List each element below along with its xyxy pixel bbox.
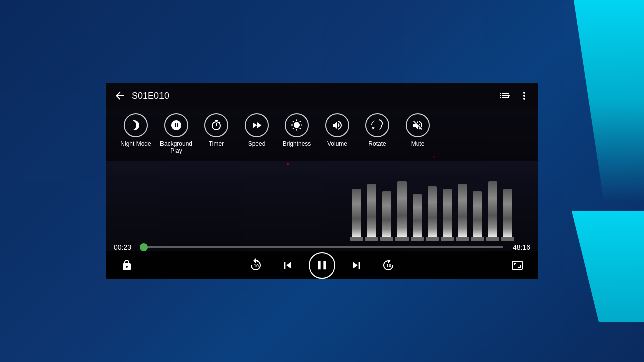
speed-icon (245, 113, 269, 137)
speed-control[interactable]: Speed (236, 113, 277, 147)
current-time: 00:23 (114, 243, 135, 251)
rotate-label: Rotate (368, 140, 386, 147)
pillar (397, 181, 407, 239)
video-title: S01E010 (132, 90, 498, 101)
mute-label: Mute (411, 140, 425, 147)
brightness-icon (285, 113, 309, 137)
background-play-label: BackgroundPlay (160, 140, 192, 155)
controls-row: Night Mode BackgroundPlay Timer Speed (106, 108, 538, 161)
pillar (382, 191, 391, 239)
bg-decoration-2 (553, 211, 644, 322)
night-mode-control[interactable]: Night Mode (116, 113, 156, 147)
speed-label: Speed (248, 140, 266, 147)
total-time: 48:16 (509, 243, 530, 251)
back-button[interactable] (114, 89, 126, 102)
pillar (473, 191, 482, 239)
mute-icon (406, 113, 430, 137)
pillar (413, 194, 422, 239)
rotate-control[interactable]: Rotate (357, 113, 397, 147)
rotate-icon (365, 113, 389, 137)
volume-control[interactable]: Volume (317, 113, 357, 147)
pillar (488, 181, 497, 239)
replay-10-button[interactable]: 10 (245, 254, 267, 277)
pillar (367, 184, 376, 239)
brightness-label: Brightness (283, 140, 311, 147)
playback-controls: 10 10 (245, 252, 399, 279)
svg-marker-0 (508, 94, 510, 97)
brightness-control[interactable]: Brightness (277, 113, 317, 147)
background-play-control[interactable]: BackgroundPlay (156, 113, 196, 155)
top-bar: S01E010 (106, 83, 538, 108)
progress-thumb[interactable] (140, 243, 148, 251)
video-player: S01E010 Night Mode BackgroundPlay (106, 83, 538, 279)
volume-icon (325, 113, 349, 137)
more-options-icon[interactable] (518, 89, 530, 102)
timer-label: Timer (209, 140, 224, 147)
volume-label: Volume (327, 140, 347, 147)
pillar (352, 189, 361, 239)
mute-control[interactable]: Mute (397, 113, 438, 147)
progress-area: 00:23 48:16 (106, 243, 538, 251)
scene-dot (287, 163, 289, 165)
pillar (443, 189, 452, 239)
pillar (458, 184, 467, 239)
timer-icon (204, 113, 228, 137)
bg-decoration-1 (543, 0, 644, 201)
timer-control[interactable]: Timer (196, 113, 236, 147)
bottom-controls: 10 10 (106, 251, 538, 279)
background-play-icon (164, 113, 188, 137)
skip-previous-button[interactable] (277, 254, 299, 277)
lock-button[interactable] (116, 254, 138, 277)
progress-bar[interactable] (141, 246, 503, 248)
night-mode-icon (124, 113, 148, 137)
forward-10-button[interactable]: 10 (377, 254, 399, 277)
pillar (428, 186, 437, 239)
top-right-icons (498, 89, 530, 102)
pillar (503, 189, 512, 239)
night-mode-label: Night Mode (120, 140, 151, 147)
playlist-icon[interactable] (498, 89, 510, 102)
skip-next-button[interactable] (345, 254, 367, 277)
pause-button[interactable] (309, 252, 335, 279)
progress-fill (141, 246, 144, 248)
resize-button[interactable] (506, 254, 528, 277)
